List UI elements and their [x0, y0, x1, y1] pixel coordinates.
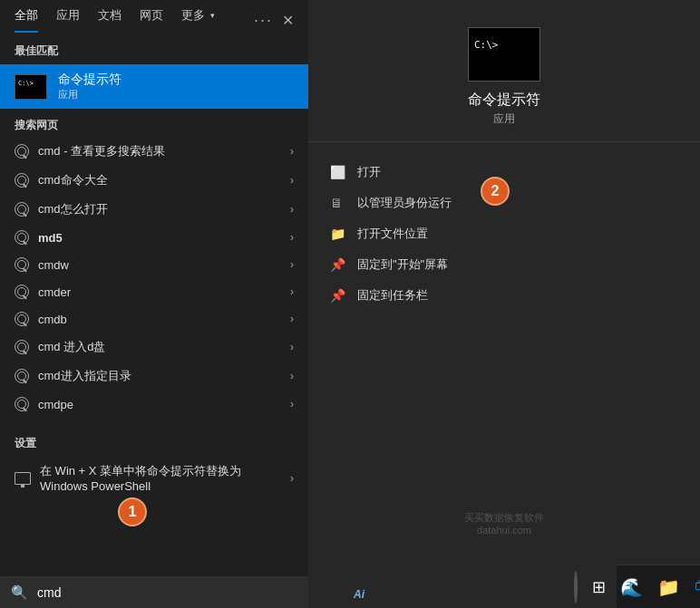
- search-text-8: cmd进入指定目录: [38, 368, 290, 384]
- tab-apps[interactable]: 应用: [56, 7, 80, 33]
- search-icon-6: [15, 312, 29, 326]
- cmd-icon-small: [15, 74, 47, 100]
- search-result-6[interactable]: cmdb ›: [0, 305, 308, 333]
- context-pin-to-taskbar[interactable]: 📌 固定到任务栏: [326, 280, 682, 311]
- settings-item-text: 在 Win + X 菜单中将命令提示符替换为 Windows PowerShel…: [40, 463, 290, 493]
- best-match-subtitle: 应用: [58, 88, 122, 101]
- search-text-0: cmd - 查看更多搜索结果: [38, 143, 290, 159]
- chevron-icon-4: ›: [290, 258, 294, 271]
- admin-icon: 🖥: [330, 196, 348, 210]
- settings-item[interactable]: 在 Win + X 菜单中将命令提示符替换为 Windows PowerShel…: [0, 457, 308, 499]
- cmd-icon-large: [468, 27, 540, 82]
- search-result-9[interactable]: cmdpe ›: [0, 391, 308, 418]
- pin-taskbar-icon: 📌: [330, 288, 348, 303]
- store-icon[interactable]: 🛍: [695, 573, 700, 602]
- search-icon-8: [15, 369, 29, 383]
- search-result-8[interactable]: cmd进入指定目录 ›: [0, 362, 308, 391]
- search-icon-9: [15, 397, 29, 411]
- best-match-text: 命令提示符 应用: [58, 72, 122, 101]
- search-result-2[interactable]: cmd怎么打开 ›: [0, 195, 308, 224]
- search-icon-0: [15, 144, 29, 159]
- divider: [308, 141, 700, 142]
- search-result-1[interactable]: cmd命令大全 ›: [0, 166, 308, 195]
- ai-badge: Ai: [354, 588, 365, 601]
- windows-search-taskbar[interactable]: [574, 571, 578, 603]
- search-result-7[interactable]: cmd 进入d盘 ›: [0, 333, 308, 362]
- search-text-5: cmder: [38, 285, 290, 299]
- chevron-icon-9: ›: [290, 398, 294, 410]
- settings-chevron: ›: [290, 472, 294, 485]
- app-subtitle: 应用: [493, 111, 515, 127]
- search-icon-5: [15, 285, 29, 299]
- settings-label: 设置: [0, 425, 308, 457]
- right-panel: 命令提示符 应用 ⬜ 打开 🖥 以管理员身份运行 📁 打开文件位置 📌: [308, 0, 700, 608]
- search-text-2: cmd怎么打开: [38, 201, 290, 217]
- monitor-icon: [15, 472, 31, 485]
- tabs-right: ··· ✕: [254, 11, 294, 30]
- tab-all[interactable]: 全部: [15, 7, 38, 33]
- right-top: 命令提示符 应用 ⬜ 打开 🖥 以管理员身份运行 📁 打开文件位置 📌: [308, 0, 700, 608]
- chevron-icon-1: ›: [290, 174, 294, 187]
- context-pin-to-start[interactable]: 📌 固定到"开始"屏幕: [326, 249, 682, 280]
- chevron-down-icon: ▾: [210, 11, 215, 20]
- search-icon-3: [15, 230, 29, 245]
- pin-start-icon: 📌: [330, 257, 348, 272]
- app-title: 命令提示符: [468, 91, 540, 110]
- chevron-icon-0: ›: [290, 145, 294, 158]
- search-icon-2: [15, 202, 29, 217]
- edge-icon[interactable]: 🌊: [620, 573, 643, 602]
- left-panel: 全部 应用 文档 网页 更多 ▾ ··· ✕ 最佳匹配 命令提示符 应用: [0, 0, 308, 608]
- more-options-icon[interactable]: ···: [254, 11, 273, 30]
- search-result-4[interactable]: cmdw ›: [0, 251, 308, 278]
- chevron-icon-2: ›: [290, 203, 294, 216]
- annotation-2: 2: [481, 177, 510, 206]
- chevron-icon-3: ›: [290, 231, 294, 244]
- search-icon-1: [15, 173, 29, 188]
- search-text-4: cmdw: [38, 258, 290, 272]
- chevron-icon-6: ›: [290, 313, 294, 325]
- search-text-1: cmd命令大全: [38, 172, 290, 188]
- best-match-item[interactable]: 命令提示符 应用: [0, 64, 308, 109]
- chevron-icon-8: ›: [290, 370, 294, 382]
- search-web-label: 搜索网页: [0, 109, 308, 137]
- open-icon: ⬜: [330, 165, 348, 179]
- search-icon-4: [15, 257, 29, 272]
- search-text-9: cmdpe: [38, 398, 290, 411]
- best-match-title: 命令提示符: [58, 72, 122, 88]
- folder-icon: 📁: [330, 227, 348, 241]
- tabs-row: 全部 应用 文档 网页 更多 ▾ ··· ✕: [0, 0, 308, 33]
- tab-web[interactable]: 网页: [140, 7, 163, 33]
- tab-more[interactable]: 更多 ▾: [181, 7, 215, 33]
- search-icon-7: [15, 340, 29, 354]
- search-text-3: md5: [38, 231, 290, 245]
- search-text-6: cmdb: [38, 313, 290, 326]
- file-explorer-icon[interactable]: 📁: [657, 573, 680, 602]
- search-text-7: cmd 进入d盘: [38, 339, 290, 355]
- search-result-5[interactable]: cmder ›: [0, 278, 308, 305]
- tabs-left: 全部 应用 文档 网页 更多 ▾: [15, 7, 215, 33]
- search-container: 全部 应用 文档 网页 更多 ▾ ··· ✕ 最佳匹配 命令提示符 应用: [0, 0, 700, 608]
- best-match-label: 最佳匹配: [0, 33, 308, 64]
- search-bar: 🔍: [0, 576, 308, 608]
- search-result-3[interactable]: md5 ›: [0, 224, 308, 251]
- annotation-1: 1: [118, 497, 147, 526]
- chevron-icon-5: ›: [290, 285, 294, 298]
- chevron-icon-7: ›: [290, 341, 294, 353]
- taskbar: ⊞ 🌊 📁 🛍 ✉: [617, 565, 700, 608]
- search-bar-icon: 🔍: [11, 584, 28, 601]
- close-icon[interactable]: ✕: [282, 12, 294, 29]
- search-input[interactable]: [37, 585, 297, 600]
- tab-docs[interactable]: 文档: [98, 7, 122, 33]
- search-result-0[interactable]: cmd - 查看更多搜索结果 ›: [0, 137, 308, 166]
- task-view-icon[interactable]: ⊞: [592, 573, 606, 602]
- context-open-file-location[interactable]: 📁 打开文件位置: [326, 218, 682, 249]
